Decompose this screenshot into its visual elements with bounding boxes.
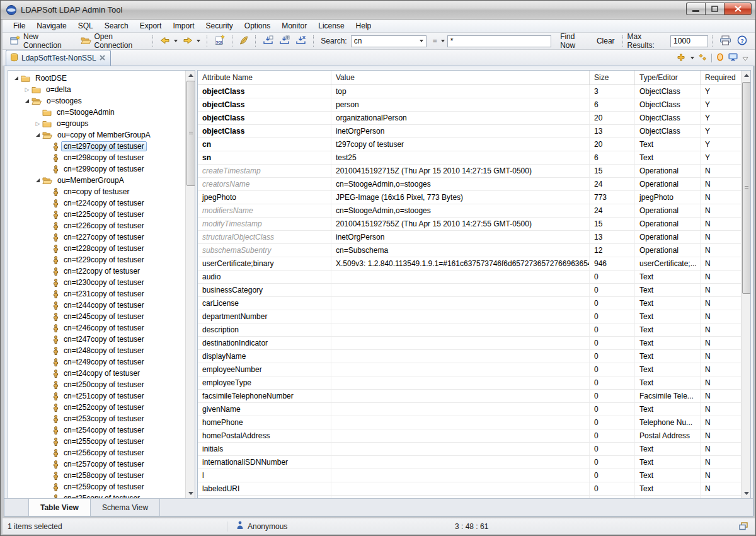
clear-button[interactable]: Clear — [593, 35, 619, 47]
tree-item[interactable]: cn=t251copy of testuser — [8, 390, 185, 402]
search-attribute-combo[interactable]: cn — [351, 35, 427, 47]
new-connection-button[interactable]: New Connection — [8, 31, 74, 51]
tree-item[interactable]: cn=t254copy of testuser — [8, 424, 185, 436]
tree-item[interactable]: cn=t253copy of testuser — [8, 413, 185, 424]
tree-item[interactable]: cn=t230copy of testuser — [8, 277, 185, 288]
table-row[interactable]: employeeType0TextN — [198, 376, 741, 390]
search-term-input[interactable] — [447, 35, 551, 47]
help-button[interactable]: ? — [735, 34, 750, 49]
tree-item[interactable]: cn=t229copy of testuser — [8, 254, 185, 265]
table-row[interactable]: objectClassinetOrgPerson13ObjectClassY — [198, 125, 741, 138]
view-menu-icon[interactable] — [742, 52, 748, 64]
tree-item[interactable]: cn=t250copy of testuser — [8, 379, 185, 390]
menu-sql[interactable]: SQL — [72, 20, 99, 32]
table-row[interactable]: carLicense0TextN — [198, 297, 741, 310]
table-row[interactable]: destinationIndicator0TextN — [198, 337, 741, 350]
table-row[interactable]: facsimileTelephoneNumber0Facsimile Tele.… — [198, 390, 741, 403]
table-row[interactable]: l0TextN — [198, 469, 741, 482]
export-delete-button[interactable] — [293, 34, 309, 48]
table-row[interactable]: cnt297copy of testuser20TextY — [198, 138, 741, 151]
tree-item[interactable]: ▷o=delta — [8, 84, 185, 95]
tree-item[interactable]: cn=t297copy of testuser — [8, 141, 185, 152]
forward-button[interactable] — [180, 35, 203, 48]
table-row[interactable]: homePhone0Telephone Nu...N — [198, 416, 741, 429]
table-row[interactable]: userCertificate;binaryX.509v3: 1.2.840.1… — [198, 257, 741, 271]
expanded-icon[interactable] — [23, 99, 32, 103]
table-row[interactable]: initials0TextN — [198, 443, 741, 456]
back-dropdown-icon[interactable] — [174, 40, 178, 42]
table-row[interactable]: modifyTimestamp20100415192755Z (Thu Apr … — [198, 218, 741, 231]
tree-item[interactable]: cn=t252copy of testuser — [8, 402, 185, 413]
expanded-icon[interactable] — [12, 76, 21, 80]
table-row[interactable]: modifiersNamecn=StoogeAdmin,o=stooges24O… — [198, 204, 741, 218]
tree-item[interactable]: cn=t247copy of testuser — [8, 334, 185, 345]
menu-help[interactable]: Help — [350, 20, 377, 32]
filter-icon[interactable] — [716, 52, 724, 64]
menu-import[interactable]: Import — [167, 20, 200, 32]
column-header-attribute-name[interactable]: Attribute Name — [198, 71, 331, 84]
print-button[interactable] — [717, 34, 735, 49]
tree-item[interactable]: cn=t227copy of testuser — [8, 231, 185, 243]
tray-restore-button[interactable] — [739, 522, 748, 530]
tab-table-view[interactable]: Table View — [28, 499, 91, 516]
table-row[interactable]: sntest256TextY — [198, 151, 741, 165]
table-row[interactable]: labeledURI0TextN — [198, 482, 741, 496]
tree-item[interactable]: cn=copy of testuser — [8, 186, 185, 197]
tree-item[interactable]: cn=t225copy of testuser — [8, 209, 185, 220]
forward-dropdown-icon[interactable] — [197, 40, 200, 42]
table-row[interactable]: description0TextN — [198, 323, 741, 337]
tree-item[interactable]: cn=t22copy of testuser — [8, 265, 185, 277]
tree-item[interactable]: cn=t248copy of testuser — [8, 345, 185, 356]
column-header-size[interactable]: Size — [590, 71, 635, 84]
table-scrollbar[interactable] — [741, 71, 750, 498]
tree-item[interactable]: cn=t259copy of testuser — [8, 481, 185, 492]
tree-item[interactable]: RootDSE — [8, 73, 185, 84]
table-row[interactable]: jpegPhotoJPEG-Image (16x16 Pixel, 773 By… — [198, 191, 741, 204]
column-header-required[interactable]: Required — [701, 71, 741, 84]
minimize-button[interactable] — [686, 3, 705, 15]
scroll-down-icon[interactable] — [742, 489, 751, 498]
find-now-button[interactable]: Find Now — [556, 31, 593, 51]
tree-item[interactable]: cn=t231copy of testuser — [8, 288, 185, 300]
table-row[interactable]: createTimestamp20100415192715Z (Thu Apr … — [198, 165, 741, 178]
table-scrollbar-thumb[interactable] — [742, 82, 751, 294]
tree-item[interactable]: cn=t226copy of testuser — [8, 220, 185, 231]
sql-query-button[interactable]: SQL — [212, 33, 228, 49]
tree-item[interactable]: cn=t255copy of testuser — [8, 436, 185, 447]
table-row[interactable]: objectClassperson6ObjectClassY — [198, 98, 741, 112]
tree-item[interactable]: cn=t246copy of testuser — [8, 322, 185, 334]
menu-license[interactable]: License — [312, 20, 350, 32]
close-button[interactable] — [724, 3, 752, 15]
tree-item[interactable]: ou=copy of MemberGroupA — [8, 129, 185, 141]
table-row[interactable]: homePostalAddress0Postal AddressN — [198, 429, 741, 443]
max-results-input[interactable] — [670, 35, 708, 47]
tree-item[interactable]: cn=t256copy of testuser — [8, 447, 185, 458]
menu-security[interactable]: Security — [200, 20, 238, 32]
tree-item[interactable]: cn=t244copy of testuser — [8, 300, 185, 311]
table-row[interactable]: givenName0TextN — [198, 403, 741, 416]
scroll-down-icon[interactable] — [186, 489, 195, 498]
table-row[interactable]: displayName0TextN — [198, 350, 741, 363]
tree-item[interactable]: cn=t249copy of testuser — [8, 356, 185, 368]
table-row[interactable]: structuralObjectClassinetOrgPerson13Oper… — [198, 231, 741, 244]
table-row[interactable]: internationaliSDNNumber0TextN — [198, 456, 741, 469]
collapsed-icon[interactable]: ▷ — [23, 87, 32, 92]
open-connection-button[interactable]: Open Connection — [78, 31, 148, 51]
tree-item[interactable]: cn=t257copy of testuser — [8, 458, 185, 470]
table-row[interactable]: creatorsNamecn=StoogeAdmin,o=stooges24Op… — [198, 178, 741, 191]
tree-item[interactable]: cn=t228copy of testuser — [8, 243, 185, 254]
table-row[interactable]: subschemaSubentrycn=Subschema12Operation… — [198, 244, 741, 257]
tree-scrollbar-thumb[interactable] — [186, 81, 195, 186]
scroll-up-icon[interactable] — [742, 71, 751, 80]
tree-item[interactable]: cn=StoogeAdmin — [8, 107, 185, 118]
expanded-icon[interactable] — [33, 178, 42, 182]
column-header-type-editor[interactable]: Type/Editor — [635, 71, 701, 84]
add-entry-icon[interactable] — [677, 52, 685, 64]
tree-item[interactable]: cn=t299copy of testuser — [8, 163, 185, 175]
table-row[interactable]: objectClasstop3ObjectClassY — [198, 85, 741, 98]
tree-item[interactable]: cn=t224copy of testuser — [8, 197, 185, 209]
scroll-up-icon[interactable] — [186, 71, 195, 80]
menu-monitor[interactable]: Monitor — [276, 20, 312, 32]
tree-item[interactable]: cn=t258copy of testuser — [8, 470, 185, 481]
column-header-value[interactable]: Value — [331, 71, 590, 84]
